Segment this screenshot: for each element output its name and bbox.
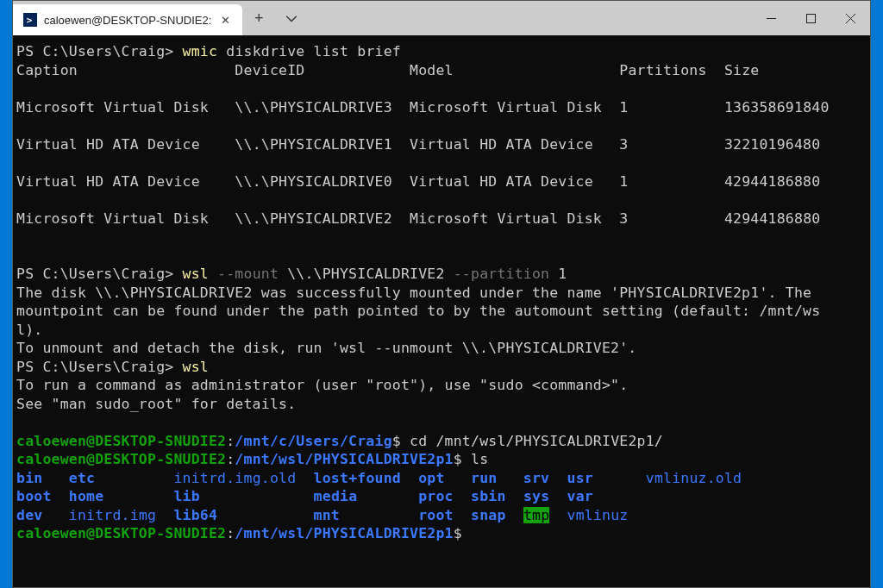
row3-size: 42944186880 <box>724 210 820 227</box>
titlebar[interactable]: caloewen@DESKTOP-SNUDIE2: ✕ + <box>13 1 870 35</box>
row0-deviceid: \\.\PHYSICALDRIVE3 <box>235 99 391 116</box>
cmd-partition-arg: 1 <box>549 266 567 282</box>
ls-dev: dev <box>16 507 42 523</box>
dollar2: $ <box>454 451 462 467</box>
tab-dropdown-button[interactable] <box>275 1 308 35</box>
tab-active[interactable]: caloewen@DESKTOP-SNUDIE2: ✕ <box>13 4 242 35</box>
hdr-caption: Caption <box>16 62 78 78</box>
cmd-mount-flag: --mount <box>209 266 279 282</box>
row2-size: 42944186880 <box>724 173 820 190</box>
row3-deviceid: \\.\PHYSICALDRIVE2 <box>235 210 391 227</box>
sudo-line1: To run a command as administrator (user … <box>16 377 628 393</box>
ls-sys: sys <box>523 488 549 504</box>
row0-caption: Microsoft Virtual Disk <box>16 99 209 116</box>
ls-root: root <box>418 507 454 523</box>
bash-user-1: caloewen@DESKTOP-SNUDIE2 <box>16 433 226 449</box>
ls-boot: boot <box>16 488 52 504</box>
ps-prompt-3: PS C:\Users\Craig> <box>16 359 173 375</box>
close-icon <box>846 14 855 23</box>
mount-line2: mountpoint can be found under the path p… <box>16 303 820 319</box>
ps-prompt-2: PS C:\Users\Craig> <box>16 266 173 282</box>
ls-lostfound: lost+found <box>314 470 401 486</box>
row2-partitions: 1 <box>619 173 628 190</box>
row2-caption: Virtual HD ATA Device <box>16 173 200 190</box>
ls-etc: etc <box>69 470 95 486</box>
mount-line3: l). <box>16 322 42 338</box>
ls-tmp: tmp <box>523 507 549 523</box>
ls-bin: bin <box>16 470 42 486</box>
maximize-icon <box>806 14 816 23</box>
bash-path-2: /mnt/wsl/PHYSICALDRIVE2p1 <box>235 451 453 467</box>
minimize-icon <box>767 14 776 23</box>
row2-deviceid: \\.\PHYSICALDRIVE0 <box>235 173 391 190</box>
ls-vmlinuzold: vmlinuz.old <box>646 470 742 486</box>
cmd-mount-arg: \\.\PHYSICALDRIVE2 <box>279 266 445 282</box>
ls-home: home <box>69 488 104 504</box>
ls-initrd: initrd.img <box>69 507 156 523</box>
row1-size: 32210196480 <box>724 136 820 153</box>
close-window-button[interactable] <box>830 1 870 35</box>
hdr-size: Size <box>724 62 760 78</box>
ls-usr: usr <box>567 470 593 486</box>
ls-initrdold: initrd.img.old <box>173 470 296 486</box>
hdr-deviceid: DeviceID <box>235 62 304 78</box>
dollar3: $ <box>454 525 462 541</box>
ls-opt: opt <box>418 470 444 486</box>
ls-sbin: sbin <box>471 488 506 504</box>
row3-model: Microsoft Virtual Disk <box>410 210 602 227</box>
cmd-cd: cd /mnt/wsl/PHYSICALDRIVE2p1/ <box>401 433 663 449</box>
row1-partitions: 3 <box>619 136 628 153</box>
row0-size: 136358691840 <box>724 99 830 116</box>
cmd-wsl-mount: wsl <box>183 266 209 282</box>
svg-rect-1 <box>806 14 815 22</box>
sudo-line2: See "man sudo_root" for details. <box>16 396 296 412</box>
ls-lib: lib <box>173 488 199 504</box>
chevron-down-icon <box>285 12 297 24</box>
ls-lib64: lib64 <box>173 507 217 523</box>
titlebar-spacer[interactable] <box>308 1 751 35</box>
bash-user-2: caloewen@DESKTOP-SNUDIE2 <box>16 451 226 467</box>
bash-path-3: /mnt/wsl/PHYSICALDRIVE2p1 <box>235 525 453 541</box>
cmd-wmic: wmic <box>183 43 218 59</box>
row0-model: Microsoft Virtual Disk <box>410 99 602 116</box>
row3-partitions: 3 <box>619 210 628 227</box>
ls-run: run <box>471 470 497 486</box>
ls-mnt: mnt <box>314 507 340 523</box>
maximize-button[interactable] <box>791 1 830 35</box>
powershell-icon <box>23 13 37 27</box>
minimize-button[interactable] <box>751 1 791 35</box>
mount-line1: The disk \\.\PHYSICALDRIVE2 was successf… <box>16 285 811 301</box>
row3-caption: Microsoft Virtual Disk <box>16 210 209 227</box>
cmd-partition-flag: --partition <box>445 266 550 282</box>
bash-user-3: caloewen@DESKTOP-SNUDIE2 <box>16 525 226 541</box>
ls-media: media <box>314 488 358 504</box>
row1-model: Virtual HD ATA Device <box>410 136 593 153</box>
row0-partitions: 1 <box>619 99 628 116</box>
new-tab-button[interactable]: + <box>242 1 275 35</box>
ls-vmlinuz: vmlinuz <box>567 507 629 523</box>
colon2: : <box>226 451 235 467</box>
ls-srv: srv <box>523 470 549 486</box>
cmd-wmic-args: diskdrive list brief <box>217 43 401 59</box>
ps-prompt: PS C:\Users\Craig> <box>16 43 173 59</box>
terminal-body[interactable]: PS C:\Users\Craig> wmic diskdrive list b… <box>13 35 870 587</box>
row2-model: Virtual HD ATA Device <box>410 173 593 190</box>
close-tab-icon[interactable]: ✕ <box>218 13 232 27</box>
bash-path-1: /mnt/c/Users/Craig <box>235 433 391 449</box>
ls-var: var <box>567 488 593 504</box>
colon1: : <box>226 433 235 449</box>
ls-snap: snap <box>471 507 506 523</box>
tab-title: caloewen@DESKTOP-SNUDIE2: <box>44 14 211 27</box>
cmd-ls: ls <box>462 451 488 467</box>
hdr-partitions: Partitions <box>619 62 706 78</box>
hdr-model: Model <box>410 62 454 78</box>
terminal-window: caloewen@DESKTOP-SNUDIE2: ✕ + PS C:\User… <box>12 0 871 588</box>
mount-line4: To unmount and detach the disk, run 'wsl… <box>16 340 637 356</box>
cmd-wsl: wsl <box>183 359 209 375</box>
dollar1: $ <box>392 433 401 449</box>
colon3: : <box>226 525 235 541</box>
ls-proc: proc <box>418 488 454 504</box>
row1-deviceid: \\.\PHYSICALDRIVE1 <box>235 136 391 153</box>
row1-caption: Virtual HD ATA Device <box>16 136 200 153</box>
